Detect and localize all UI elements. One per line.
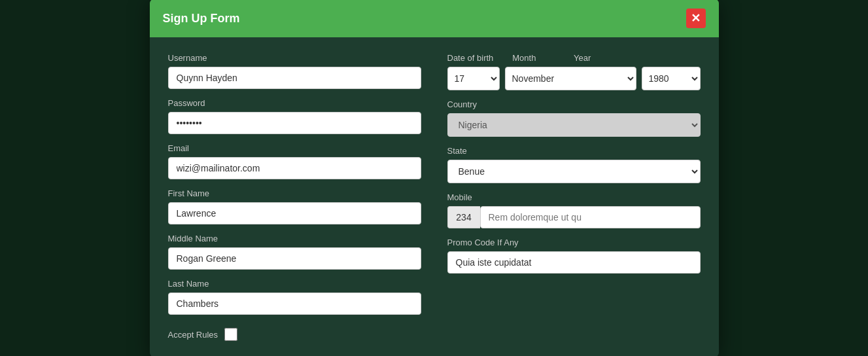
accept-rules-label: Accept Rules	[168, 330, 218, 340]
modal-overlay: Sign Up Form ✕ Username Password Email	[0, 0, 868, 356]
mobile-prefix: 234	[447, 206, 480, 228]
modal-close-button[interactable]: ✕	[686, 9, 706, 28]
password-group: Password	[168, 98, 421, 134]
modal-title: Sign Up Form	[163, 12, 240, 26]
email-input[interactable]	[168, 157, 421, 179]
middle-name-group: Middle Name	[168, 234, 421, 270]
right-column: Date of birth Month Year 17 November	[447, 53, 701, 341]
accept-rules-checkbox[interactable]	[224, 328, 237, 341]
first-name-group: First Name	[168, 188, 421, 224]
state-group: State Benue	[447, 146, 701, 183]
first-name-input[interactable]	[168, 202, 421, 224]
country-select[interactable]: Nigeria	[447, 113, 701, 137]
dob-label: Date of birth Month Year	[447, 53, 701, 63]
middle-name-input[interactable]	[168, 247, 421, 270]
email-group: Email	[168, 143, 421, 179]
state-label: State	[447, 146, 701, 156]
last-name-label: Last Name	[168, 279, 421, 289]
last-name-group: Last Name	[168, 279, 421, 315]
modal-header: Sign Up Form ✕	[150, 0, 719, 37]
promo-group: Promo Code If Any	[447, 238, 701, 274]
middle-name-label: Middle Name	[168, 234, 421, 243]
promo-input[interactable]	[447, 251, 701, 274]
password-label: Password	[168, 98, 421, 108]
mobile-input-row: 234	[447, 206, 701, 228]
dob-year-select[interactable]: 1980	[642, 67, 701, 90]
username-label: Username	[168, 53, 421, 63]
left-column: Username Password Email First Name Middl	[168, 53, 421, 341]
mobile-input[interactable]	[480, 206, 701, 228]
first-name-label: First Name	[168, 188, 421, 198]
promo-label: Promo Code If Any	[447, 238, 701, 247]
dob-selects: 17 November January February March April…	[447, 67, 701, 90]
mobile-label: Mobile	[447, 192, 701, 202]
country-group: Country Nigeria	[447, 99, 701, 137]
username-input[interactable]	[168, 67, 421, 89]
modal-body: Username Password Email First Name Middl	[150, 37, 719, 356]
dob-group: Date of birth Month Year 17 November	[447, 53, 701, 90]
email-label: Email	[168, 143, 421, 153]
password-input[interactable]	[168, 112, 421, 134]
country-label: Country	[447, 99, 701, 109]
username-group: Username	[168, 53, 421, 89]
mobile-group: Mobile 234	[447, 192, 701, 228]
dob-day-select[interactable]: 17	[447, 67, 500, 90]
accept-rules-group: Accept Rules	[168, 328, 421, 341]
state-select[interactable]: Benue	[447, 160, 701, 183]
dob-month-select[interactable]: November January February March April Ma…	[505, 67, 636, 90]
signup-modal: Sign Up Form ✕ Username Password Email	[150, 0, 719, 356]
last-name-input[interactable]	[168, 293, 421, 315]
